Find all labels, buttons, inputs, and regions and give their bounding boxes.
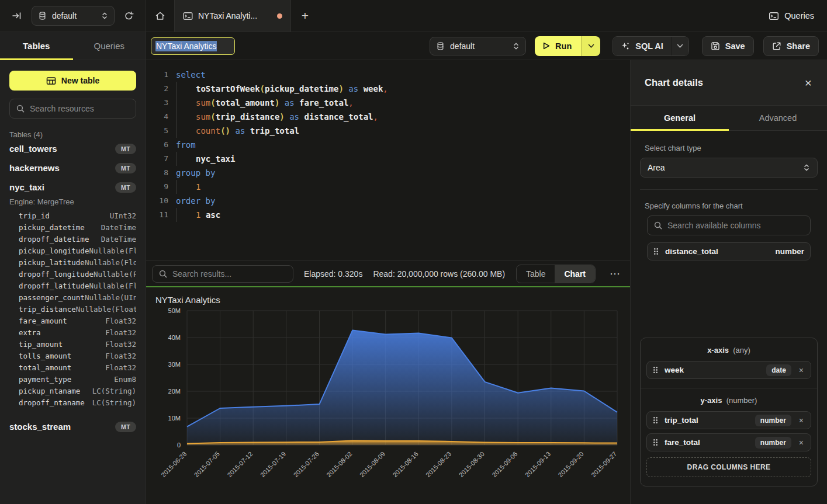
column-row: pickup_longitudeNullable(Fl — [19, 245, 136, 257]
more-options-button[interactable]: ⋯ — [606, 267, 624, 280]
table-item-cell_towers[interactable]: cell_towersMT — [9, 139, 136, 158]
run-options-button[interactable] — [581, 36, 600, 56]
tab-general[interactable]: General — [631, 106, 729, 130]
code-line: 6from — [146, 138, 630, 152]
column-name: payment_type — [19, 374, 71, 385]
indent-guide — [176, 82, 177, 96]
x-axis-chip-week[interactable]: weekdate× — [646, 361, 811, 379]
chevron-updown-icon — [803, 164, 810, 172]
column-search[interactable] — [647, 215, 811, 235]
chevron-down-icon — [677, 44, 683, 48]
available-column-distance-total[interactable]: distance_total number — [647, 242, 811, 260]
new-table-label: New table — [61, 76, 99, 85]
column-type: LC(String) — [92, 385, 136, 397]
column-row: dropoff_datetimeDateTime — [19, 234, 136, 245]
sidebar-tab-tables[interactable]: Tables — [0, 32, 73, 60]
column-row: dropoff_longitudeNullable(F — [19, 269, 136, 280]
play-icon — [543, 42, 550, 50]
code-line: 1select — [146, 68, 630, 82]
area-chart[interactable]: 010M20M30M40M50M2015-06-282015-07-052015… — [154, 307, 622, 500]
y-axis-chip-trip_total[interactable]: trip_totalnumber× — [646, 411, 811, 429]
share-button[interactable]: Share — [763, 36, 819, 56]
column-name: dropoff_longitude — [19, 269, 94, 280]
tab-nytaxi-analytics[interactable]: NYTaxi Analyti... — [174, 0, 291, 32]
line-number: 6 — [146, 138, 168, 152]
remove-column-button[interactable]: × — [798, 416, 805, 425]
run-button[interactable]: Run — [535, 36, 581, 56]
x-axis-tick: 2015-07-19 — [259, 450, 287, 478]
share-icon — [772, 41, 781, 51]
table-name: cell_towers — [9, 144, 57, 154]
resource-search[interactable] — [9, 99, 136, 119]
resource-search-input[interactable] — [30, 104, 130, 113]
collapse-arrow-icon — [12, 11, 22, 20]
columns-section: Specify columns for the chart distance_t… — [640, 189, 818, 260]
column-search-input[interactable] — [667, 221, 804, 230]
view-toggle-chart[interactable]: Chart — [555, 265, 595, 283]
column-name: total_amount — [19, 362, 71, 374]
column-type: Float32 — [105, 327, 136, 339]
column-name: dropoff_datetime — [19, 234, 89, 245]
read-stat: Read: 20,000,000 rows (260.00 MB) — [373, 269, 505, 279]
column-row: pickup_datetimeDateTime — [19, 222, 136, 234]
y-axis-tick: 30M — [168, 361, 181, 368]
remove-column-button[interactable]: × — [798, 366, 805, 374]
chart-details-tabs: General Advanced — [631, 106, 827, 131]
remove-column-button[interactable]: × — [798, 439, 805, 447]
results-bar: Elapsed: 0.320s Read: 20,000,000 rows (2… — [146, 260, 630, 286]
database-selector[interactable]: default — [32, 6, 115, 26]
line-number: 8 — [146, 166, 168, 180]
query-title-input[interactable]: NYTaxi Analytics — [151, 37, 235, 55]
sql-editor[interactable]: 1select2toStartOfWeek(pickup_datetime) a… — [146, 60, 630, 260]
line-number: 7 — [146, 152, 168, 166]
line-number: 1 — [146, 68, 168, 82]
new-tab-button[interactable]: + — [291, 0, 319, 32]
code-text: order by — [168, 194, 215, 208]
drag-columns-dropzone[interactable]: DRAG COLUMNS HERE — [646, 457, 811, 477]
code-line: 2toStartOfWeek(pickup_datetime) as week, — [146, 82, 630, 96]
axis-mapping-card: x-axis (any) weekdate× y-axis (number) t… — [640, 338, 818, 486]
chart-type-select[interactable]: Area — [640, 158, 818, 178]
indent-guide — [176, 208, 177, 222]
column-name: dropoff_latitude — [19, 280, 89, 292]
terminal-icon — [183, 12, 193, 20]
sidebar-tab-queries[interactable]: Queries — [73, 32, 146, 60]
refresh-button[interactable] — [122, 9, 136, 23]
code-text: count() as trip_total — [168, 124, 299, 138]
sql-ai-button[interactable]: SQL AI — [613, 37, 671, 55]
results-search-input[interactable] — [172, 269, 287, 279]
column-type: DateTime — [101, 234, 136, 245]
y-axis-tick: 40M — [168, 334, 181, 341]
code-line: 91 — [146, 180, 630, 194]
sql-ai-options-button[interactable] — [671, 37, 688, 55]
column-type: Nullable(UIn — [85, 292, 136, 304]
new-table-button[interactable]: New table — [9, 71, 136, 91]
results-search[interactable] — [152, 265, 293, 283]
tab-advanced[interactable]: Advanced — [729, 106, 827, 130]
column-name: passenger_count — [19, 292, 85, 304]
search-icon — [158, 269, 168, 279]
engine-badge: MT — [115, 182, 136, 193]
collapse-sidebar-button[interactable] — [9, 9, 25, 23]
table-item-hackernews[interactable]: hackernewsMT — [9, 158, 136, 178]
column-type-badge: number — [755, 415, 791, 426]
view-toggle: TableChart — [516, 265, 596, 283]
y-axis-header: y-axis (number) — [646, 396, 811, 405]
table-item-nyc_taxi[interactable]: nyc_taxiMT — [9, 178, 136, 197]
column-name: tolls_amount — [19, 350, 71, 362]
column-type: Float32 — [105, 339, 136, 350]
x-axis-constraint: (any) — [733, 346, 750, 354]
y-axis-chip-fare_total[interactable]: fare_totalnumber× — [646, 433, 811, 451]
column-row: extraFloat32 — [19, 327, 136, 339]
view-toggle-table[interactable]: Table — [517, 265, 555, 283]
chart-panel: NYTaxi Analytics 010M20M30M40M50M2015-06… — [146, 287, 630, 504]
save-button[interactable]: Save — [702, 36, 754, 56]
home-tab[interactable] — [146, 0, 174, 32]
column-type: Nullable(Flo — [85, 257, 136, 269]
top-bar-left: default — [0, 0, 146, 32]
query-database-selector[interactable]: default — [430, 37, 526, 55]
close-panel-button[interactable]: × — [805, 77, 812, 89]
x-axis-chips: weekdate× — [646, 361, 811, 379]
queries-button[interactable]: Queries — [769, 0, 814, 32]
table-item-stocks_stream[interactable]: stocks_streamMT — [9, 417, 136, 436]
